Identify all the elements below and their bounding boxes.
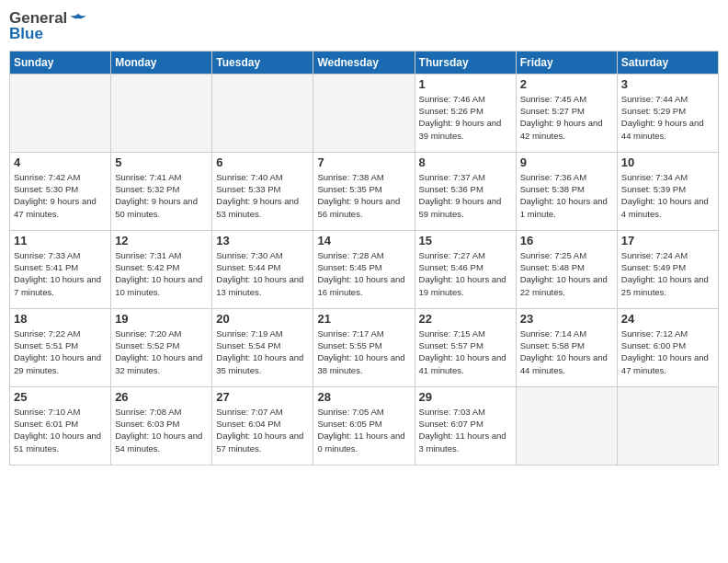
day-info: Sunrise: 7:25 AMSunset: 5:48 PMDaylight:… (520, 249, 613, 298)
calendar-header-row: SundayMondayTuesdayWednesdayThursdayFrid… (10, 51, 719, 74)
logo-blue-text: Blue (9, 26, 43, 43)
column-header-monday: Monday (111, 51, 212, 74)
day-number: 25 (14, 390, 107, 404)
day-number: 11 (14, 234, 107, 247)
calendar-cell (617, 386, 718, 465)
day-number: 24 (621, 312, 714, 326)
calendar-cell (212, 74, 313, 152)
column-header-saturday: Saturday (617, 51, 718, 74)
week-row-5: 25Sunrise: 7:10 AMSunset: 6:01 PMDayligh… (10, 386, 719, 465)
calendar-cell: 12Sunrise: 7:31 AMSunset: 5:42 PMDayligh… (111, 230, 212, 308)
calendar-cell: 22Sunrise: 7:15 AMSunset: 5:57 PMDayligh… (415, 308, 516, 386)
day-number: 18 (14, 312, 107, 326)
day-info: Sunrise: 7:30 AMSunset: 5:44 PMDaylight:… (216, 249, 309, 298)
day-info: Sunrise: 7:46 AMSunset: 5:26 PMDaylight:… (419, 93, 512, 142)
calendar-cell: 18Sunrise: 7:22 AMSunset: 5:51 PMDayligh… (10, 308, 111, 386)
day-info: Sunrise: 7:36 AMSunset: 5:38 PMDaylight:… (520, 171, 613, 220)
day-number: 20 (216, 312, 309, 326)
calendar-cell: 24Sunrise: 7:12 AMSunset: 6:00 PMDayligh… (617, 308, 718, 386)
day-number: 5 (115, 155, 208, 169)
day-number: 4 (14, 155, 107, 169)
day-number: 1 (419, 77, 512, 91)
calendar-cell: 3Sunrise: 7:44 AMSunset: 5:29 PMDaylight… (617, 74, 718, 152)
day-number: 17 (621, 234, 714, 247)
day-info: Sunrise: 7:07 AMSunset: 6:04 PMDaylight:… (216, 406, 309, 454)
day-number: 15 (419, 234, 512, 247)
calendar-cell: 25Sunrise: 7:10 AMSunset: 6:01 PMDayligh… (10, 386, 111, 465)
day-info: Sunrise: 7:14 AMSunset: 5:58 PMDaylight:… (520, 327, 613, 376)
calendar-cell: 16Sunrise: 7:25 AMSunset: 5:48 PMDayligh… (516, 230, 617, 308)
calendar-cell: 17Sunrise: 7:24 AMSunset: 5:49 PMDayligh… (617, 230, 718, 308)
day-number: 7 (317, 155, 410, 169)
column-header-friday: Friday (516, 51, 617, 74)
day-info: Sunrise: 7:27 AMSunset: 5:46 PMDaylight:… (419, 249, 512, 298)
day-number: 6 (216, 155, 309, 169)
day-info: Sunrise: 7:37 AMSunset: 5:36 PMDaylight:… (419, 171, 512, 220)
calendar-cell: 4Sunrise: 7:42 AMSunset: 5:30 PMDaylight… (10, 152, 111, 230)
day-info: Sunrise: 7:44 AMSunset: 5:29 PMDaylight:… (621, 93, 714, 142)
calendar-cell: 14Sunrise: 7:28 AMSunset: 5:45 PMDayligh… (313, 230, 415, 308)
calendar-cell: 8Sunrise: 7:37 AMSunset: 5:36 PMDaylight… (415, 152, 516, 230)
column-header-tuesday: Tuesday (212, 51, 313, 74)
calendar-cell (516, 386, 617, 465)
day-info: Sunrise: 7:45 AMSunset: 5:27 PMDaylight:… (520, 93, 613, 142)
day-number: 21 (317, 312, 410, 326)
day-number: 14 (317, 234, 410, 247)
day-number: 12 (115, 234, 208, 247)
day-info: Sunrise: 7:17 AMSunset: 5:55 PMDaylight:… (317, 327, 410, 376)
day-info: Sunrise: 7:22 AMSunset: 5:51 PMDaylight:… (14, 327, 107, 376)
day-number: 22 (419, 312, 512, 326)
calendar-cell: 27Sunrise: 7:07 AMSunset: 6:04 PMDayligh… (212, 386, 313, 465)
day-info: Sunrise: 7:12 AMSunset: 6:00 PMDaylight:… (621, 327, 714, 376)
day-info: Sunrise: 7:40 AMSunset: 5:33 PMDaylight:… (216, 171, 309, 220)
calendar-cell: 26Sunrise: 7:08 AMSunset: 6:03 PMDayligh… (111, 386, 212, 465)
day-info: Sunrise: 7:33 AMSunset: 5:41 PMDaylight:… (14, 249, 107, 298)
day-info: Sunrise: 7:10 AMSunset: 6:01 PMDaylight:… (14, 406, 107, 454)
week-row-1: 1Sunrise: 7:46 AMSunset: 5:26 PMDaylight… (10, 74, 719, 152)
day-number: 27 (216, 390, 309, 404)
day-number: 19 (115, 312, 208, 326)
day-number: 29 (419, 390, 512, 404)
day-number: 26 (115, 390, 208, 404)
day-info: Sunrise: 7:20 AMSunset: 5:52 PMDaylight:… (115, 327, 208, 376)
day-number: 2 (520, 77, 613, 91)
week-row-3: 11Sunrise: 7:33 AMSunset: 5:41 PMDayligh… (10, 230, 719, 308)
day-number: 16 (520, 234, 613, 247)
calendar-cell: 19Sunrise: 7:20 AMSunset: 5:52 PMDayligh… (111, 308, 212, 386)
day-number: 8 (419, 155, 512, 169)
logo-bird-shape (69, 9, 87, 28)
day-info: Sunrise: 7:38 AMSunset: 5:35 PMDaylight:… (317, 171, 410, 220)
day-info: Sunrise: 7:34 AMSunset: 5:39 PMDaylight:… (621, 171, 714, 220)
calendar-cell: 2Sunrise: 7:45 AMSunset: 5:27 PMDaylight… (516, 74, 617, 152)
calendar-cell: 10Sunrise: 7:34 AMSunset: 5:39 PMDayligh… (617, 152, 718, 230)
calendar-cell (10, 74, 111, 152)
page-header: General Blue (9, 9, 719, 43)
day-info: Sunrise: 7:41 AMSunset: 5:32 PMDaylight:… (115, 171, 208, 220)
day-number: 13 (216, 234, 309, 247)
calendar-cell: 1Sunrise: 7:46 AMSunset: 5:26 PMDaylight… (415, 74, 516, 152)
column-header-thursday: Thursday (415, 51, 516, 74)
day-info: Sunrise: 7:28 AMSunset: 5:45 PMDaylight:… (317, 249, 410, 298)
week-row-4: 18Sunrise: 7:22 AMSunset: 5:51 PMDayligh… (10, 308, 719, 386)
calendar-cell: 9Sunrise: 7:36 AMSunset: 5:38 PMDaylight… (516, 152, 617, 230)
calendar-cell: 13Sunrise: 7:30 AMSunset: 5:44 PMDayligh… (212, 230, 313, 308)
day-number: 28 (317, 390, 410, 404)
day-info: Sunrise: 7:15 AMSunset: 5:57 PMDaylight:… (419, 327, 512, 376)
column-header-sunday: Sunday (10, 51, 111, 74)
day-number: 3 (621, 77, 714, 91)
calendar-cell: 6Sunrise: 7:40 AMSunset: 5:33 PMDaylight… (212, 152, 313, 230)
day-number: 10 (621, 155, 714, 169)
day-info: Sunrise: 7:31 AMSunset: 5:42 PMDaylight:… (115, 249, 208, 298)
day-info: Sunrise: 7:08 AMSunset: 6:03 PMDaylight:… (115, 406, 208, 454)
day-info: Sunrise: 7:05 AMSunset: 6:05 PMDaylight:… (317, 406, 410, 454)
day-number: 23 (520, 312, 613, 326)
day-info: Sunrise: 7:42 AMSunset: 5:30 PMDaylight:… (14, 171, 107, 220)
calendar-table: SundayMondayTuesdayWednesdayThursdayFrid… (9, 51, 719, 465)
calendar-cell: 7Sunrise: 7:38 AMSunset: 5:35 PMDaylight… (313, 152, 415, 230)
calendar-cell: 11Sunrise: 7:33 AMSunset: 5:41 PMDayligh… (10, 230, 111, 308)
calendar-cell: 21Sunrise: 7:17 AMSunset: 5:55 PMDayligh… (313, 308, 415, 386)
calendar-cell (313, 74, 415, 152)
calendar-cell: 20Sunrise: 7:19 AMSunset: 5:54 PMDayligh… (212, 308, 313, 386)
calendar-cell: 15Sunrise: 7:27 AMSunset: 5:46 PMDayligh… (415, 230, 516, 308)
calendar-cell: 5Sunrise: 7:41 AMSunset: 5:32 PMDaylight… (111, 152, 212, 230)
